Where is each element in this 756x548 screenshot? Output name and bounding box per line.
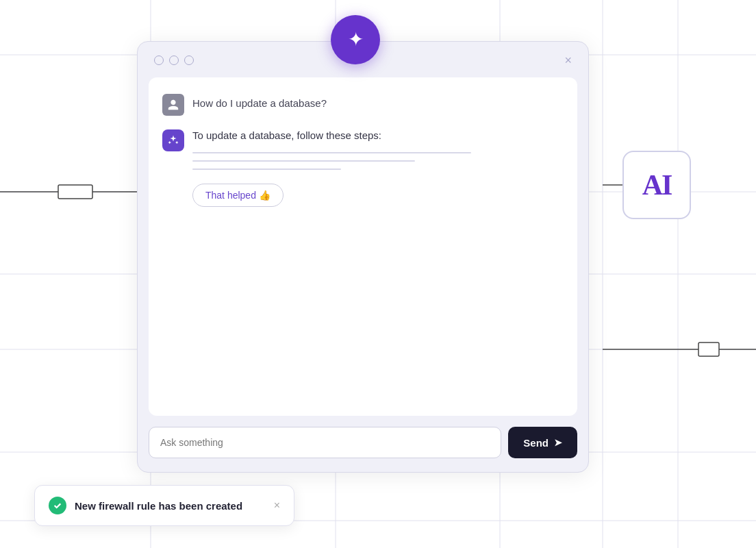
send-button[interactable]: Send ➤ (508, 427, 577, 458)
ai-avatar-icon (162, 129, 184, 151)
chat-content: How do I update a database? To update a … (149, 77, 577, 416)
window-dot-3 (184, 55, 194, 65)
user-message: How do I update a database? (162, 94, 564, 116)
ai-badge-text: AI (642, 169, 672, 201)
ai-response-text: To update a database, follow these steps… (192, 129, 564, 141)
ai-message: To update a database, follow these steps… (162, 129, 564, 207)
send-label: Send (523, 437, 549, 449)
feedback-button[interactable]: That helped 👍 (192, 184, 284, 207)
sparkles-icon (167, 134, 179, 147)
toast-message: New firewall rule has been created (75, 500, 266, 512)
svg-rect-15 (698, 342, 719, 356)
skeleton-line-2 (192, 160, 415, 162)
skeleton-line-1 (192, 152, 471, 153)
window-dot-2 (169, 55, 179, 65)
user-avatar (162, 94, 184, 116)
user-icon (167, 99, 179, 111)
skeleton-lines (192, 152, 564, 170)
svg-rect-12 (58, 185, 92, 199)
skeleton-line-3 (192, 169, 341, 170)
window-dots (154, 55, 194, 65)
success-icon (49, 497, 66, 514)
chat-input[interactable] (149, 427, 501, 458)
notification-toast: New firewall rule has been created × (34, 485, 294, 526)
ai-badge: AI (622, 151, 691, 219)
close-button[interactable]: × (564, 54, 572, 66)
ai-response-content: To update a database, follow these steps… (192, 129, 564, 207)
ai-orb: ✦ (331, 15, 380, 64)
window-dot-1 (154, 55, 164, 65)
toast-close-button[interactable]: × (274, 500, 280, 511)
input-area: Send ➤ (138, 416, 588, 472)
send-arrow-icon: ➤ (554, 437, 562, 448)
chat-window: × How do I update a database? To update … (137, 41, 589, 473)
user-message-text: How do I update a database? (192, 94, 327, 109)
sparkle-icon: ✦ (348, 30, 364, 49)
